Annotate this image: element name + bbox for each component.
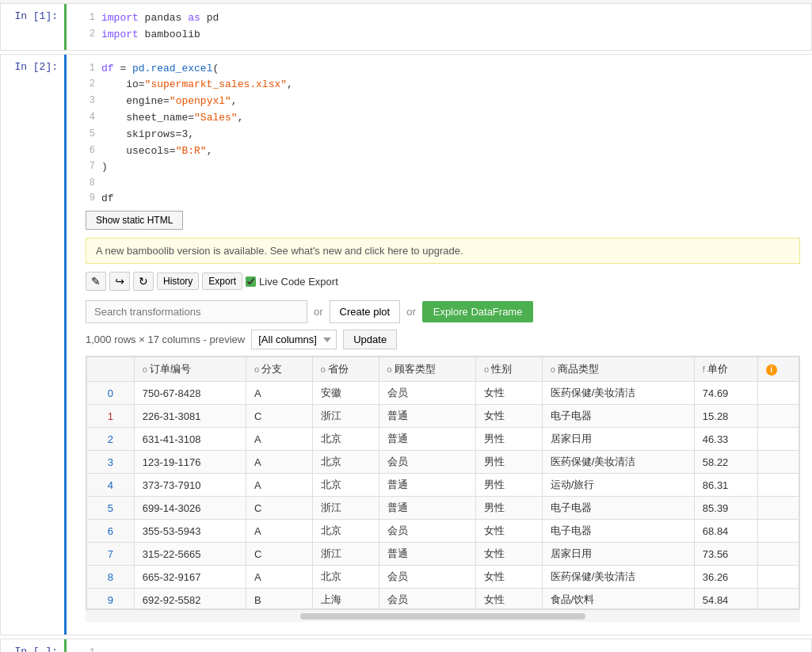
table-cell-index: 3 <box>87 451 135 474</box>
table-row: 6355-53-5943A北京会员女性电子电器68.84 <box>87 520 799 543</box>
table-header-product-type: o商品类型 <box>542 357 694 382</box>
line-num: 7 <box>76 159 95 176</box>
table-cell: 电子电器 <box>542 405 694 428</box>
column-select[interactable]: [All columns] <box>251 330 337 349</box>
table-cell: 北京 <box>312 428 379 451</box>
table-cell: 355-53-5943 <box>134 520 246 543</box>
line-num: 4 <box>76 110 95 127</box>
table-header-order-id: o订单编号 <box>134 357 246 382</box>
table-cell: 会员 <box>379 382 476 405</box>
table-row: 1226-31-3081C浙江普通女性电子电器15.28 <box>87 405 799 428</box>
line-num: 1 <box>76 61 95 78</box>
table-row: 2631-41-3108A北京普通男性居家日用46.33 <box>87 428 799 451</box>
table-cell-info <box>757 382 799 405</box>
table-header-gender: o性别 <box>476 357 543 382</box>
table-row: 7315-22-5665C浙江普通女性居家日用73.56 <box>87 543 799 566</box>
table-header-more: i <box>757 357 799 382</box>
table-header-row: o订单编号 o分支 o省份 o顾客类型 o性别 o商品类型 f单价 i <box>87 357 799 382</box>
table-cell-info <box>757 589 799 610</box>
code-text: df <box>101 191 114 208</box>
table-cell: 医药保健/美妆清洁 <box>542 382 694 405</box>
live-code-export-text: Live Code Export <box>259 276 338 288</box>
cell-2: In [2]: 1 df = pd.read_excel( 2 io="supe… <box>0 54 812 636</box>
output-area: Show static HTML A new bamboolib version… <box>76 208 810 628</box>
table-cell: 医药保健/美妆清洁 <box>542 566 694 589</box>
line-num: 9 <box>76 191 95 208</box>
create-plot-button[interactable]: Create plot <box>330 300 401 323</box>
table-row: 4373-73-7910A北京普通男性运动/旅行86.31 <box>87 474 799 497</box>
table-cell: 居家日用 <box>542 543 694 566</box>
refresh-button[interactable]: ↻ <box>133 272 154 291</box>
table-cell: 会员 <box>379 589 476 610</box>
table-cell: 男性 <box>476 428 543 451</box>
table-cell: 86.31 <box>694 474 757 497</box>
notification-bar[interactable]: A new bamboolib version is available. Se… <box>86 238 800 264</box>
table-cell: 男性 <box>476 451 543 474</box>
table-cell: 普通 <box>379 543 476 566</box>
or-text-2: or <box>406 306 416 318</box>
table-cell-info <box>757 451 799 474</box>
table-cell: 女性 <box>476 382 543 405</box>
cell-1: In [1]: 1 import pandas as pd 2 import b… <box>0 3 812 51</box>
cell-1-label: In [1]: <box>1 4 64 50</box>
cell-2-content[interactable]: 1 df = pd.read_excel( 2 io="supermarkt_s… <box>64 55 812 635</box>
code-line: 1 <box>76 646 802 652</box>
table-cell: 女性 <box>476 520 543 543</box>
code-text: io="supermarkt_sales.xlsx", <box>101 77 293 93</box>
code-line: 5 skiprows=3, <box>76 127 810 143</box>
table-cell: 692-92-5582 <box>134 589 246 610</box>
explore-dataframe-button[interactable]: Explore DataFrame <box>422 301 534 322</box>
data-table-container[interactable]: o订单编号 o分支 o省份 o顾客类型 o性别 o商品类型 f单价 i <box>86 356 800 609</box>
history-button[interactable]: History <box>157 273 199 290</box>
live-code-export-label[interactable]: Live Code Export <box>246 276 338 288</box>
table-cell: A <box>246 520 313 543</box>
table-header-price: f单价 <box>694 357 757 382</box>
table-cell: 女性 <box>476 589 543 610</box>
line-num: 1 <box>76 646 95 652</box>
table-cell: 46.33 <box>694 428 757 451</box>
show-static-html-button[interactable]: Show static HTML <box>86 211 183 230</box>
code-line: 8 <box>76 176 810 191</box>
table-cell-info <box>757 405 799 428</box>
line-num: 8 <box>76 176 95 191</box>
live-code-export-checkbox[interactable] <box>246 276 256 287</box>
table-cell: 85.39 <box>694 497 757 520</box>
table-cell: A <box>246 451 313 474</box>
table-cell: 男性 <box>476 497 543 520</box>
empty-cell-content[interactable]: 1 <box>64 639 811 652</box>
line-num: 2 <box>76 77 95 93</box>
notebook: In [1]: 1 import pandas as pd 2 import b… <box>0 3 812 652</box>
table-body: 0750-67-8428A安徽会员女性医药保健/美妆清洁74.691226-31… <box>87 382 799 610</box>
code-line: 3 engine="openpyxl", <box>76 93 810 110</box>
table-cell: 电子电器 <box>542 497 694 520</box>
code-line: 1 df = pd.read_excel( <box>76 61 810 78</box>
table-cell-index: 1 <box>87 405 135 428</box>
table-cell: 女性 <box>476 405 543 428</box>
code-line-1: 1 import pandas as pd <box>76 10 802 27</box>
table-cell: 58.22 <box>694 451 757 474</box>
redo-button[interactable]: ↩ <box>109 272 130 291</box>
table-cell: 315-22-5665 <box>134 543 246 566</box>
horizontal-scrollbar-area[interactable] <box>86 609 800 622</box>
update-button[interactable]: Update <box>343 330 397 349</box>
toolbar: ✎ ↩ ↻ History Export Live Code Export <box>86 269 800 294</box>
line-num: 3 <box>76 93 95 110</box>
code-line: 9 df <box>76 191 810 208</box>
or-text-1: or <box>314 306 323 318</box>
horizontal-scrollbar[interactable] <box>300 613 585 620</box>
cell-1-content[interactable]: 1 import pandas as pd 2 import bamboolib <box>64 4 811 50</box>
code-text: import pandas as pd <box>101 10 219 27</box>
table-cell: 浙江 <box>312 497 379 520</box>
table-cell: 浙江 <box>312 543 379 566</box>
table-cell: 女性 <box>476 543 543 566</box>
line-num: 2 <box>76 27 95 44</box>
table-cell: A <box>246 566 313 589</box>
export-button[interactable]: Export <box>202 273 242 290</box>
data-table: o订单编号 o分支 o省份 o顾客类型 o性别 o商品类型 f单价 i <box>86 357 799 609</box>
table-cell-index: 2 <box>87 428 135 451</box>
table-cell: 浙江 <box>312 405 379 428</box>
search-row: or Create plot or Explore DataFrame <box>86 300 800 323</box>
undo-button[interactable]: ✎ <box>86 272 106 291</box>
search-transformations-input[interactable] <box>86 300 307 323</box>
code-line: 2 io="supermarkt_sales.xlsx", <box>76 77 810 93</box>
